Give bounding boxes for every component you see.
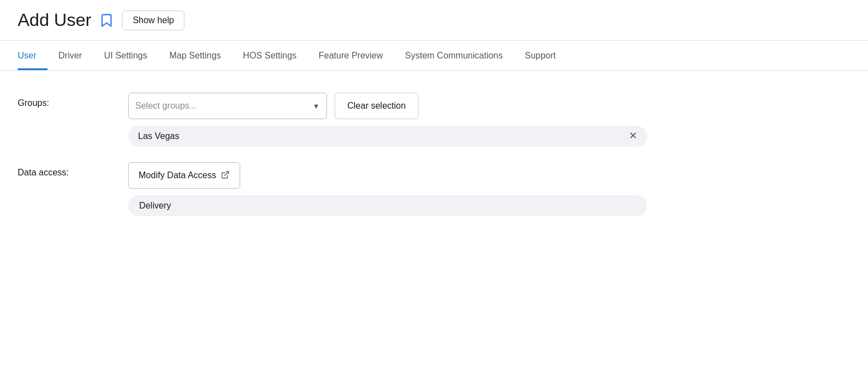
groups-select-placeholder: Select groups... [135, 101, 313, 111]
dropdown-arrow-icon: ▼ [313, 102, 320, 110]
external-link-icon [221, 170, 230, 181]
data-access-row: Data access: Modify Data Access Delivery [18, 162, 850, 216]
las-vegas-tag: Las Vegas ✕ [128, 126, 647, 147]
modify-data-access-label: Modify Data Access [139, 170, 216, 180]
delivery-chip: Delivery [128, 195, 647, 216]
tab-feature-preview[interactable]: Feature Preview [308, 41, 394, 70]
groups-controls-row: Select groups... ▼ Clear selection [128, 93, 658, 119]
data-access-controls-row: Modify Data Access [128, 162, 658, 189]
tabs-bar: User Driver UI Settings Map Settings HOS… [0, 41, 868, 71]
tab-driver[interactable]: Driver [47, 41, 93, 70]
tab-ui-settings[interactable]: UI Settings [93, 41, 158, 70]
groups-controls: Select groups... ▼ Clear selection Las V… [128, 93, 658, 147]
page-title: Add User [18, 10, 91, 30]
las-vegas-tag-label: Las Vegas [138, 131, 179, 141]
las-vegas-tag-close-icon[interactable]: ✕ [629, 131, 637, 141]
page-header: Add User Show help [0, 0, 868, 41]
groups-select[interactable]: Select groups... ▼ [128, 93, 327, 119]
clear-selection-button[interactable]: Clear selection [335, 93, 419, 119]
tab-support[interactable]: Support [514, 41, 567, 70]
data-access-controls: Modify Data Access Delivery [128, 162, 658, 216]
groups-label: Groups: [18, 93, 128, 108]
svg-line-0 [224, 172, 228, 175]
data-access-label: Data access: [18, 162, 128, 178]
modify-data-access-button[interactable]: Modify Data Access [128, 162, 240, 189]
tab-user[interactable]: User [18, 41, 47, 70]
main-content: Groups: Select groups... ▼ Clear selecti… [0, 71, 868, 249]
groups-row: Groups: Select groups... ▼ Clear selecti… [18, 93, 850, 147]
show-help-button[interactable]: Show help [122, 10, 184, 30]
tab-system-communications[interactable]: System Communications [394, 41, 514, 70]
tab-hos-settings[interactable]: HOS Settings [232, 41, 308, 70]
bookmark-icon[interactable] [99, 13, 114, 28]
tab-map-settings[interactable]: Map Settings [158, 41, 232, 70]
delivery-chip-label: Delivery [139, 201, 171, 211]
